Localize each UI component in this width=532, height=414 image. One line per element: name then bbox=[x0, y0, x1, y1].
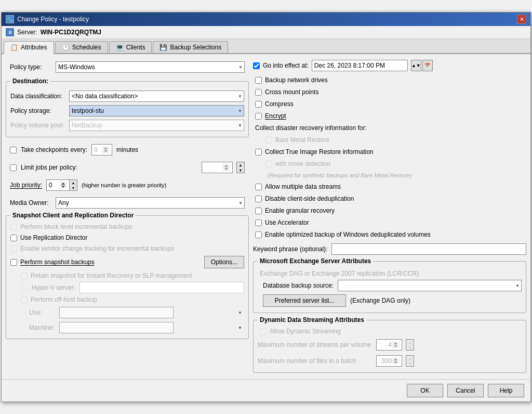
backup-network-checkbox[interactable] bbox=[255, 77, 262, 84]
tab-clients-icon: 💻 bbox=[116, 44, 124, 51]
close-button[interactable]: ✕ bbox=[517, 15, 526, 24]
limit-jobs-up[interactable]: ▲ bbox=[237, 162, 244, 167]
compress-label: Compress bbox=[265, 100, 294, 108]
destination-title: Destination: bbox=[10, 77, 50, 85]
go-effect-checkbox[interactable] bbox=[253, 62, 260, 69]
go-effect-row: Go into effect at: Dec 26, 2023 8:17:00 … bbox=[253, 58, 526, 73]
max-streams-down[interactable]: ▼ bbox=[406, 345, 414, 350]
max-streams-up[interactable]: ▲ bbox=[406, 340, 414, 345]
hyper-v-row: Hyper-V server: bbox=[21, 282, 244, 293]
cross-mount-row: Cross mount points bbox=[253, 87, 526, 97]
cross-mount-checkbox[interactable] bbox=[255, 89, 262, 96]
job-priority-input[interactable] bbox=[46, 179, 70, 191]
help-button[interactable]: Help bbox=[488, 384, 524, 397]
title-bar-left: 🔧 Change Policy - testpolicy bbox=[6, 15, 89, 23]
job-priority-up[interactable]: ▲ bbox=[70, 180, 77, 185]
allow-dynamic-checkbox[interactable] bbox=[260, 328, 267, 335]
policy-storage-select[interactable]: testpool-stu bbox=[69, 105, 244, 117]
encrypt-row: Encrypt bbox=[253, 111, 526, 121]
machine-select[interactable] bbox=[59, 322, 174, 333]
pref-server-row: Preferred server list... (Exchange DAG o… bbox=[263, 293, 522, 308]
perform-offhost-checkbox[interactable] bbox=[21, 296, 28, 303]
accelerator-row: Use Accelerator bbox=[253, 218, 526, 227]
tab-attributes[interactable]: 📋 Attributes bbox=[4, 41, 54, 54]
take-checkpoints-input[interactable] bbox=[91, 144, 112, 156]
max-files-up[interactable]: ▲ bbox=[406, 356, 414, 361]
db-backup-select[interactable] bbox=[338, 280, 522, 291]
enable-vendor-checkbox[interactable] bbox=[10, 245, 17, 252]
media-owner-select[interactable]: Any bbox=[56, 197, 245, 209]
data-classification-select[interactable]: <No data classification> bbox=[69, 90, 244, 102]
take-checkpoints-checkbox[interactable] bbox=[10, 147, 17, 153]
granular-checkbox[interactable] bbox=[255, 208, 262, 214]
db-backup-wrapper bbox=[338, 280, 522, 291]
policy-volume-pool-select[interactable]: NetBackup bbox=[69, 120, 244, 131]
with-move-checkbox[interactable] bbox=[265, 161, 272, 167]
policy-type-row: Policy type: MS-Windows bbox=[6, 58, 249, 76]
cancel-button[interactable]: Cancel bbox=[447, 384, 484, 397]
with-move-row: with move detection bbox=[263, 159, 526, 169]
ms-exchange-title: Microsoft Exchange Server Attributes bbox=[258, 257, 373, 265]
pref-server-button[interactable]: Preferred server list... bbox=[263, 294, 346, 307]
collect-true-checkbox[interactable] bbox=[255, 149, 262, 156]
limit-jobs-spinner: ▲ ▼ bbox=[236, 162, 245, 173]
max-streams-row: Maximum number of streams per volume ▲ ▼ bbox=[258, 338, 522, 352]
limit-jobs-checkbox[interactable] bbox=[10, 164, 17, 171]
hyper-v-input[interactable] bbox=[79, 282, 244, 293]
policy-type-select[interactable]: MS-Windows bbox=[56, 61, 245, 73]
compress-checkbox[interactable] bbox=[255, 101, 262, 108]
destination-group: Destination: Data classification: <No da… bbox=[6, 81, 249, 137]
keyword-row: Keyword phrase (optional): bbox=[253, 242, 526, 256]
max-files-input[interactable] bbox=[376, 355, 402, 367]
snapshot-group: Snapshot Client and Replication Director… bbox=[6, 215, 249, 339]
job-priority-down[interactable]: ▼ bbox=[70, 185, 77, 190]
tab-schedules[interactable]: 🕐 Schedules bbox=[55, 41, 108, 53]
keyword-label: Keyword phrase (optional): bbox=[253, 245, 327, 253]
exchange-dag-row: Exchange DAG or Exchange 2007 replicatio… bbox=[258, 269, 522, 278]
datetime-calendar-btn[interactable]: 📅 bbox=[422, 60, 433, 71]
encrypt-checkbox[interactable] bbox=[255, 113, 262, 120]
machine-row: Machine: bbox=[29, 321, 244, 334]
max-files-row: Maximum number of files in a batch ▲ ▼ bbox=[258, 354, 522, 368]
block-level-checkbox[interactable] bbox=[10, 224, 17, 230]
allow-multiple-checkbox[interactable] bbox=[255, 184, 262, 190]
go-effect-label: Go into effect at: bbox=[263, 62, 309, 69]
max-streams-input[interactable] bbox=[376, 339, 402, 351]
go-effect-input[interactable]: Dec 26, 2023 8:17:00 PM bbox=[312, 60, 408, 71]
retain-snapshot-checkbox[interactable] bbox=[21, 273, 28, 279]
media-owner-label: Media Owner: bbox=[10, 199, 51, 206]
limit-jobs-down[interactable]: ▼ bbox=[237, 167, 244, 173]
disable-dedup-checkbox[interactable] bbox=[255, 196, 262, 202]
optimized-checkbox[interactable] bbox=[255, 231, 262, 238]
policy-volume-pool-label: Policy volume pool: bbox=[10, 122, 65, 129]
required-note: (Required for synthetic backups and Bare… bbox=[268, 172, 412, 178]
enable-vendor-row: Enable vendor change tracking for increm… bbox=[10, 244, 244, 253]
tab-backup-selections[interactable]: 💾 Backup Selections bbox=[153, 41, 228, 53]
with-move-label: with move detection bbox=[275, 160, 330, 167]
bottom-bar: OK Cancel Help bbox=[2, 379, 530, 402]
allow-dynamic-row: Allow Dynamic Streaming bbox=[258, 327, 522, 336]
tab-clients[interactable]: 💻 Clients bbox=[109, 41, 152, 53]
keyword-input[interactable] bbox=[331, 243, 526, 255]
exchange-dag-label: Exchange DAG or Exchange 2007 replicatio… bbox=[260, 270, 419, 277]
limit-jobs-label: Limit jobs per policy: bbox=[21, 164, 77, 171]
machine-select-wrapper bbox=[59, 322, 244, 333]
perform-snapshot-label: Perform snapshot backups bbox=[20, 258, 95, 266]
bare-metal-checkbox[interactable] bbox=[265, 137, 272, 144]
limit-jobs-input[interactable] bbox=[202, 162, 233, 173]
use-select[interactable] bbox=[59, 307, 174, 318]
ok-button[interactable]: OK bbox=[407, 384, 443, 397]
retain-snapshot-row: Retain snapshot for Instant Recovery or … bbox=[21, 271, 244, 280]
required-note-row: (Required for synthetic backups and Bare… bbox=[253, 171, 526, 179]
perform-snapshot-checkbox[interactable] bbox=[10, 259, 17, 266]
main-content: Policy type: MS-Windows Destination: Dat… bbox=[2, 54, 530, 379]
exchange-dag-only-label: (Exchange DAG only) bbox=[350, 297, 410, 304]
use-replication-checkbox[interactable] bbox=[10, 235, 17, 241]
options-button[interactable]: Options... bbox=[204, 256, 244, 268]
datetime-increment-btn[interactable]: ▲▼ bbox=[411, 60, 421, 71]
policy-storage-wrapper: testpool-stu bbox=[69, 105, 244, 117]
hyper-v-checkbox[interactable] bbox=[21, 284, 28, 291]
max-files-down[interactable]: ▼ bbox=[406, 361, 414, 366]
disaster-recovery-title-row: Collect disaster recovery information fo… bbox=[253, 123, 526, 133]
accelerator-checkbox[interactable] bbox=[255, 219, 262, 226]
